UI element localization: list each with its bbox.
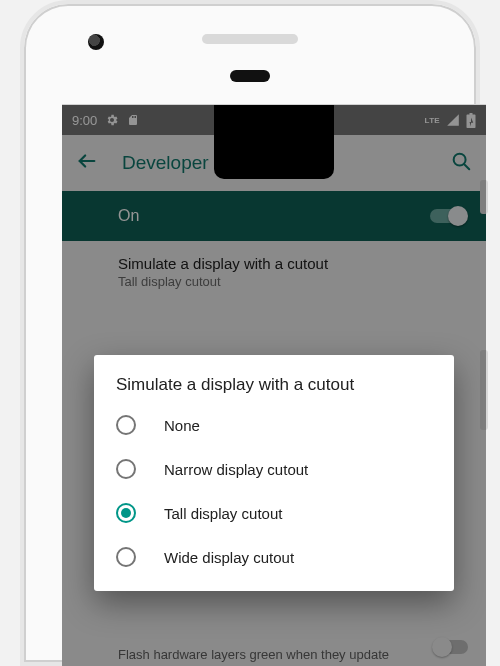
screen: 9:00 LTE — [62, 104, 486, 666]
front-camera — [88, 34, 104, 50]
option-label: Narrow display cutout — [164, 461, 308, 478]
proximity-sensor — [230, 70, 270, 82]
dialog-title: Simulate a display with a cutout — [94, 375, 454, 403]
radio-icon — [116, 503, 136, 523]
radio-icon — [116, 459, 136, 479]
option-narrow[interactable]: Narrow display cutout — [94, 447, 454, 491]
option-label: Tall display cutout — [164, 505, 282, 522]
radio-icon — [116, 415, 136, 435]
phone-frame: 9:00 LTE — [20, 0, 480, 666]
cutout-dialog: Simulate a display with a cutout None Na… — [94, 355, 454, 591]
option-none[interactable]: None — [94, 403, 454, 447]
speaker-grille — [202, 34, 298, 44]
radio-icon — [116, 547, 136, 567]
option-tall[interactable]: Tall display cutout — [94, 491, 454, 535]
option-label: Wide display cutout — [164, 549, 294, 566]
option-label: None — [164, 417, 200, 434]
option-wide[interactable]: Wide display cutout — [94, 535, 454, 579]
